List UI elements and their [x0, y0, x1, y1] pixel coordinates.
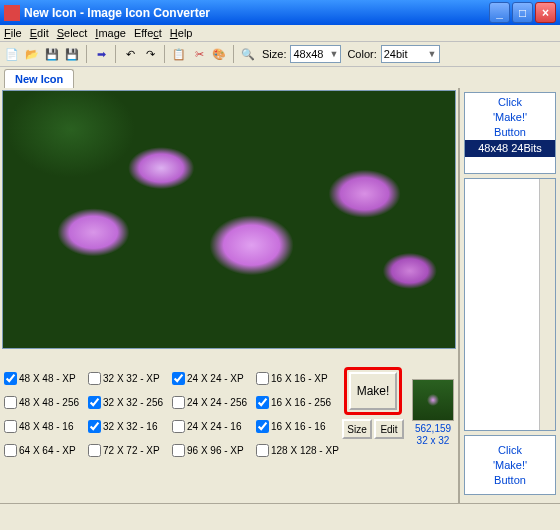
- format-option[interactable]: 24 X 24 - XP: [172, 367, 254, 389]
- format-label: 48 X 48 - 16: [19, 421, 73, 432]
- menu-file[interactable]: File: [4, 27, 22, 39]
- statusbar: [0, 503, 560, 521]
- format-checkbox[interactable]: [88, 396, 101, 409]
- hint-panel: Click 'Make!' Button: [464, 435, 556, 495]
- tab-bar: New Icon: [0, 67, 560, 88]
- format-checkbox[interactable]: [172, 396, 185, 409]
- format-label: 24 X 24 - XP: [187, 373, 244, 384]
- hint-line: 'Make!': [465, 458, 555, 473]
- image-canvas[interactable]: [2, 90, 456, 349]
- toolbar: 📄 📂 💾 💾 ➡ ↶ ↷ 📋 ✂ 🎨 🔍 Size: 48x48▼ Color…: [0, 42, 560, 67]
- preview-panel: 562,159 32 x 32: [412, 367, 454, 499]
- format-checkbox[interactable]: [88, 372, 101, 385]
- format-option[interactable]: 48 X 48 - XP: [4, 367, 86, 389]
- maximize-button[interactable]: □: [512, 2, 533, 23]
- format-label: 72 X 72 - XP: [103, 445, 160, 456]
- save-icon[interactable]: 💾: [44, 46, 60, 62]
- format-checkbox[interactable]: [172, 444, 185, 457]
- format-label: 16 X 16 - 16: [271, 421, 325, 432]
- format-label: 16 X 16 - 256: [271, 397, 331, 408]
- image-list-panel: [464, 178, 556, 431]
- format-option[interactable]: 24 X 24 - 256: [172, 391, 254, 413]
- size-button[interactable]: Size: [342, 419, 372, 439]
- format-option[interactable]: 128 X 128 - XP: [256, 439, 338, 461]
- tab-new-icon[interactable]: New Icon: [4, 69, 74, 88]
- scrollbar[interactable]: [539, 179, 555, 430]
- app-icon: [4, 5, 20, 21]
- format-label: 64 X 64 - XP: [19, 445, 76, 456]
- separator: [115, 45, 116, 63]
- format-checkbox[interactable]: [172, 420, 185, 433]
- format-checkbox[interactable]: [256, 372, 269, 385]
- menu-help[interactable]: Help: [170, 27, 193, 39]
- format-option[interactable]: 16 X 16 - 256: [256, 391, 338, 413]
- format-label: 32 X 32 - 16: [103, 421, 157, 432]
- format-option[interactable]: 72 X 72 - XP: [88, 439, 170, 461]
- format-checkbox[interactable]: [256, 420, 269, 433]
- menu-select[interactable]: Select: [57, 27, 88, 39]
- format-option[interactable]: 16 X 16 - XP: [256, 367, 338, 389]
- menu-edit[interactable]: Edit: [30, 27, 49, 39]
- preview-thumb: [412, 379, 454, 421]
- format-option[interactable]: 32 X 32 - XP: [88, 367, 170, 389]
- cut-icon[interactable]: ✂: [191, 46, 207, 62]
- make-button[interactable]: Make!: [349, 372, 397, 410]
- redo-icon[interactable]: ↷: [142, 46, 158, 62]
- window-title: New Icon - Image Icon Converter: [24, 6, 487, 20]
- color-icon[interactable]: 🎨: [211, 46, 227, 62]
- separator: [233, 45, 234, 63]
- close-button[interactable]: ×: [535, 2, 556, 23]
- format-checkbox[interactable]: [172, 372, 185, 385]
- make-highlight: Make!: [344, 367, 402, 415]
- format-label: 128 X 128 - XP: [271, 445, 339, 456]
- format-label: 48 X 48 - 256: [19, 397, 79, 408]
- menubar: File Edit Select Image Effect Help: [0, 25, 560, 42]
- menu-effect[interactable]: Effect: [134, 27, 162, 39]
- format-checkbox[interactable]: [256, 444, 269, 457]
- selected-format[interactable]: 48x48 24Bits: [465, 140, 555, 157]
- format-label: 24 X 24 - 16: [187, 421, 241, 432]
- arrow-icon[interactable]: ➡: [93, 46, 109, 62]
- format-option[interactable]: 24 X 24 - 16: [172, 415, 254, 437]
- undo-icon[interactable]: ↶: [122, 46, 138, 62]
- format-checkbox[interactable]: [88, 444, 101, 457]
- paste-icon[interactable]: 📋: [171, 46, 187, 62]
- color-select[interactable]: 24bit▼: [381, 45, 440, 63]
- edit-button[interactable]: Edit: [374, 419, 404, 439]
- format-checkbox[interactable]: [4, 444, 17, 457]
- format-option[interactable]: 48 X 48 - 16: [4, 415, 86, 437]
- format-grid: 48 X 48 - XP32 X 32 - XP24 X 24 - XP16 X…: [4, 367, 338, 499]
- formats-list-panel: Click 'Make!' Button 48x48 24Bits: [464, 92, 556, 174]
- titlebar[interactable]: New Icon - Image Icon Converter _ □ ×: [0, 0, 560, 25]
- menu-image[interactable]: Image: [95, 27, 126, 39]
- format-label: 16 X 16 - XP: [271, 373, 328, 384]
- format-checkbox[interactable]: [4, 396, 17, 409]
- preview-dims: 32 x 32: [412, 435, 454, 447]
- format-option[interactable]: 32 X 32 - 256: [88, 391, 170, 413]
- new-icon[interactable]: 📄: [4, 46, 20, 62]
- hint-line: 'Make!': [465, 110, 555, 125]
- format-option[interactable]: 64 X 64 - XP: [4, 439, 86, 461]
- format-label: 96 X 96 - XP: [187, 445, 244, 456]
- format-label: 32 X 32 - 256: [103, 397, 163, 408]
- format-option[interactable]: 48 X 48 - 256: [4, 391, 86, 413]
- format-label: 32 X 32 - XP: [103, 373, 160, 384]
- minimize-button[interactable]: _: [489, 2, 510, 23]
- size-select[interactable]: 48x48▼: [290, 45, 341, 63]
- format-label: 48 X 48 - XP: [19, 373, 76, 384]
- format-checkbox[interactable]: [4, 420, 17, 433]
- open-icon[interactable]: 📂: [24, 46, 40, 62]
- format-checkbox[interactable]: [256, 396, 269, 409]
- format-option[interactable]: 32 X 32 - 16: [88, 415, 170, 437]
- zoom-icon[interactable]: 🔍: [240, 46, 256, 62]
- hint-line: Button: [465, 125, 555, 140]
- format-checkbox[interactable]: [88, 420, 101, 433]
- hint-line: Button: [465, 473, 555, 488]
- hint-line: Click: [465, 443, 555, 458]
- save2-icon[interactable]: 💾: [64, 46, 80, 62]
- hint-line: Click: [465, 95, 555, 110]
- format-option[interactable]: 16 X 16 - 16: [256, 415, 338, 437]
- format-checkbox[interactable]: [4, 372, 17, 385]
- separator: [164, 45, 165, 63]
- format-option[interactable]: 96 X 96 - XP: [172, 439, 254, 461]
